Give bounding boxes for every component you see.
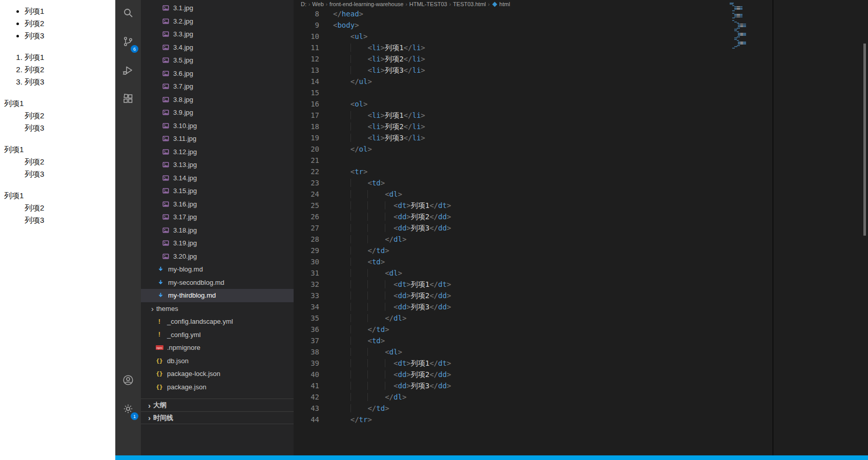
file-tree-item[interactable]: 3.17.jpg [141,211,294,224]
file-tree-item[interactable]: 3.10.jpg [141,119,294,133]
line-number[interactable]: 26 [294,211,319,222]
line-number[interactable]: 44 [294,414,319,425]
activitybar-settings-button[interactable]: 1 [115,397,141,423]
code-line[interactable]: 31 <dl> [294,267,730,279]
activitybar-account-button[interactable] [115,368,141,394]
line-number[interactable]: 17 [294,110,319,121]
line-number[interactable]: 12 [294,53,319,65]
explorer-section-header[interactable]: ›大纲 [141,399,294,411]
code-line[interactable]: 24 <dl> [294,189,730,200]
code-line[interactable]: 34 <dd>列项3</dd> [294,301,730,312]
line-number[interactable]: 28 [294,234,319,245]
code-line[interactable]: 28 </dl> [294,234,730,245]
code-line[interactable]: 8</head> [294,8,730,19]
editor-pane[interactable]: D:›Web›front-end-learning-warehouse›HTML… [294,0,773,455]
file-tree-item[interactable]: my-thirdblog.md [141,289,294,302]
activitybar-search-button[interactable] [115,1,141,27]
line-number[interactable]: 41 [294,380,319,391]
line-number[interactable]: 23 [294,177,319,189]
line-number[interactable]: 13 [294,65,319,76]
file-tree-item[interactable]: 3.20.jpg [141,250,294,263]
code-line[interactable]: 12 <li>列项2</li> [294,53,730,65]
line-number[interactable]: 31 [294,267,319,279]
code-line[interactable]: 40 <dd>列项2</dd> [294,369,730,380]
code-line[interactable]: 26 <dd>列项2</dd> [294,211,730,222]
line-number[interactable]: 16 [294,98,319,110]
code-line[interactable]: 29 </td> [294,245,730,256]
file-tree-item[interactable]: 3.13.jpg [141,158,294,172]
file-tree-item[interactable]: my-blog.md [141,263,294,276]
code-line[interactable]: 38 <dl> [294,346,730,358]
line-number[interactable]: 42 [294,391,319,403]
file-tree-item[interactable]: 3.3.jpg [141,28,294,41]
code-line[interactable]: 16 <ol> [294,98,730,110]
file-tree-item[interactable]: 3.5.jpg [141,54,294,67]
file-tree-item[interactable]: 3.2.jpg [141,15,294,28]
code-line[interactable]: 43 </td> [294,403,730,414]
file-tree-item[interactable]: 3.9.jpg [141,106,294,119]
line-number[interactable]: 19 [294,132,319,143]
file-tree-item[interactable]: 3.1.jpg [141,2,294,15]
file-tree-item[interactable]: ›themes [141,302,294,316]
code-line[interactable]: 21 [294,155,730,166]
code-line[interactable]: 36 </td> [294,324,730,335]
line-number[interactable]: 22 [294,166,319,177]
line-number[interactable]: 15 [294,87,319,98]
breadcrumb-item[interactable]: TEST03.html [453,1,486,7]
code-line[interactable]: 32 <dt>列项1</dt> [294,279,730,290]
line-number[interactable]: 35 [294,312,319,324]
code-line[interactable]: 11 <li>列项1</li> [294,42,730,53]
line-number[interactable]: 14 [294,76,319,87]
code-line[interactable]: 19 <li>列项3</li> [294,132,730,143]
code-line[interactable]: 15 [294,87,730,98]
code-area[interactable]: 8</head>9<body>10 <ul>11 <li>列项1</li>12 … [294,8,730,425]
file-tree-item[interactable]: 3.8.jpg [141,93,294,107]
code-line[interactable]: 39 <dt>列项1</dt> [294,358,730,369]
explorer-section-header[interactable]: ›时间线 [141,411,294,424]
code-line[interactable]: 37 <td> [294,335,730,346]
line-number[interactable]: 39 [294,358,319,369]
line-number[interactable]: 37 [294,335,319,346]
code-line[interactable]: 27 <dd>列项3</dd> [294,222,730,234]
breadcrumb-item[interactable]: front-end-learning-warehouse [329,1,403,7]
activitybar-run-debug-button[interactable] [115,58,141,84]
line-number[interactable]: 20 [294,143,319,155]
line-number[interactable]: 24 [294,189,319,200]
code-line[interactable]: 10 <ul> [294,31,730,42]
code-line[interactable]: 44 </tr> [294,414,730,425]
breadcrumb-item[interactable]: D: [301,1,306,7]
code-line[interactable]: 41 <dd>列项3</dd> [294,380,730,391]
minimap[interactable] [730,3,772,49]
line-number[interactable]: 34 [294,301,319,312]
line-number[interactable]: 40 [294,369,319,380]
breadcrumb-item[interactable]: Web [312,1,323,7]
line-number[interactable]: 36 [294,324,319,335]
line-number[interactable]: 33 [294,290,319,301]
line-number[interactable]: 18 [294,121,319,132]
code-line[interactable]: 30 <td> [294,256,730,267]
activitybar-extensions-button[interactable] [115,87,141,113]
file-tree-item[interactable]: 3.19.jpg [141,237,294,250]
code-line[interactable]: 42 </dl> [294,391,730,403]
file-tree-item[interactable]: {}db.json [141,354,294,368]
breadcrumb-item[interactable]: html [500,1,510,7]
code-line[interactable]: 17 <li>列项1</li> [294,110,730,121]
activitybar-source-control-button[interactable]: 6 [115,30,141,55]
line-number[interactable]: 11 [294,42,319,53]
file-tree-item[interactable]: npm.npmignore [141,341,294,354]
file-tree-item[interactable]: !_config.landscape.yml [141,315,294,328]
file-tree-item[interactable]: 3.15.jpg [141,184,294,198]
code-line[interactable]: 33 <dd>列项2</dd> [294,290,730,301]
line-number[interactable]: 10 [294,31,319,42]
file-tree-item[interactable]: 3.4.jpg [141,41,294,54]
breadcrumb-item[interactable]: HTML-TEST03 [409,1,447,7]
file-tree-item[interactable]: 3.18.jpg [141,224,294,237]
file-tree-item[interactable]: {}package.json [141,381,294,394]
file-tree-item[interactable]: {}package-lock.json [141,367,294,381]
code-line[interactable]: 20 </ol> [294,143,730,155]
line-number[interactable]: 21 [294,155,319,166]
code-line[interactable]: 18 <li>列项2</li> [294,121,730,132]
file-tree-item[interactable]: 3.6.jpg [141,67,294,80]
line-number[interactable]: 30 [294,256,319,267]
code-line[interactable]: 25 <dt>列项1</dt> [294,200,730,211]
